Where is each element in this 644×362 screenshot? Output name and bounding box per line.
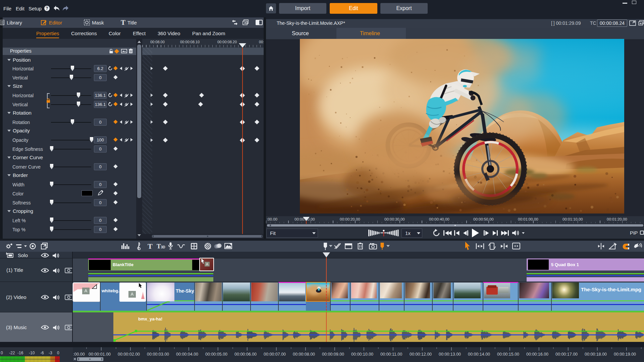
svg-text:?: ? — [46, 6, 48, 11]
